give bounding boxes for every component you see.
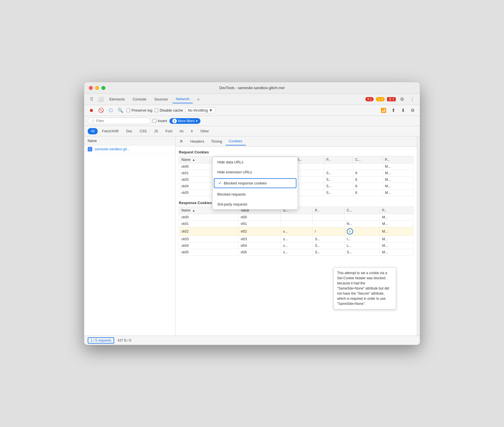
type-btn-js[interactable]: JS bbox=[151, 128, 161, 134]
chevron-down-icon: ▼ bbox=[209, 108, 213, 112]
network-icon[interactable]: 📶 bbox=[380, 107, 387, 114]
col-c: C... bbox=[353, 156, 382, 163]
table-row[interactable]: ck00 vl00 M... bbox=[179, 214, 413, 221]
cookie-value: vl01 bbox=[238, 221, 281, 227]
stop-recording-btn[interactable]: ⏺ bbox=[88, 107, 95, 114]
top-nav: ⠿ ⬜ Elements Console Sources Network » ✕… bbox=[84, 94, 420, 105]
check-icon: ✓ bbox=[218, 181, 222, 185]
type-btn-doc[interactable]: Doc bbox=[123, 128, 135, 134]
requests-panel: Name ≡ samesite-sandbox.gli... bbox=[84, 136, 175, 336]
response-cookies-table: Name ▲ Value S... P... C... P... ck00 bbox=[179, 207, 413, 256]
filter-3rd-party-requests[interactable]: 3rd-party requests bbox=[213, 199, 298, 209]
tab-elements[interactable]: Elements bbox=[106, 95, 128, 103]
cookie-tooltip: This attempt to set a cookie via a Set-C… bbox=[333, 267, 396, 309]
download-icon[interactable]: ⬇ bbox=[399, 107, 407, 114]
filter-hide-data-urls[interactable]: Hide data URLs bbox=[213, 157, 298, 167]
filter-bar: ⬡ Invert 1 More filters ▾ bbox=[84, 116, 420, 126]
list-item[interactable]: ≡ samesite-sandbox.gli... bbox=[84, 145, 175, 153]
tab-console[interactable]: Console bbox=[129, 95, 150, 103]
details-tabs: ✕ Headers Timing Cookies bbox=[175, 136, 417, 147]
col-p: P... bbox=[324, 156, 353, 163]
cookie-value: vl04 bbox=[238, 243, 281, 249]
filter-btn[interactable]: ⬡ bbox=[107, 107, 114, 114]
cookie-name: ck01 bbox=[179, 221, 238, 227]
tab-sources[interactable]: Sources bbox=[151, 95, 171, 103]
window-title: DevTools - samesite-sandbox.glitch.me/ bbox=[219, 86, 285, 90]
close-detail-btn[interactable]: ✕ bbox=[178, 138, 185, 145]
request-cookies-title: Request Cookies bbox=[179, 150, 413, 154]
type-btn-img[interactable]: Im bbox=[177, 128, 187, 134]
info-badge: ☰ 2 bbox=[387, 97, 396, 101]
filter-icon: ⬡ bbox=[91, 119, 94, 123]
tab-headers[interactable]: Headers bbox=[187, 137, 208, 145]
table-row[interactable]: ck05 vl05 s... S... S... M... bbox=[179, 249, 413, 256]
col-s2: S... bbox=[295, 156, 324, 163]
tab-more[interactable]: » bbox=[194, 95, 203, 103]
status-bar: 1 / 5 requests 437 B / 8 bbox=[84, 336, 420, 345]
nav-right: ✕ 1 ⚠ 1 ☰ 2 ⚙ ⋮ bbox=[365, 95, 417, 103]
clear-btn[interactable]: 🚫 bbox=[97, 107, 105, 114]
info-icon[interactable]: i bbox=[347, 228, 353, 235]
type-btn-fetchxhr[interactable]: Fetch/XHR bbox=[99, 128, 122, 134]
more-options-icon[interactable]: ⋮ bbox=[408, 95, 416, 103]
col-c: C... bbox=[344, 207, 380, 214]
name-column-header: Name bbox=[88, 139, 97, 143]
search-btn[interactable]: 🔍 bbox=[117, 107, 124, 114]
requests-count: 1 / 5 requests bbox=[88, 337, 114, 344]
filter-blocked-response-cookies[interactable]: ✓ Blocked response cookies bbox=[214, 178, 296, 188]
more-filters-btn[interactable]: 1 More filters ▾ bbox=[169, 118, 200, 124]
invert-label[interactable]: Invert bbox=[153, 119, 167, 123]
settings-icon[interactable]: ⚙ bbox=[398, 95, 406, 103]
cookie-value: vl03 bbox=[238, 236, 281, 243]
device-icon[interactable]: ⬜ bbox=[97, 95, 105, 103]
col-p2: P... bbox=[380, 207, 413, 214]
filter-input[interactable] bbox=[96, 119, 139, 123]
close-button[interactable] bbox=[89, 86, 93, 90]
maximize-button[interactable] bbox=[101, 86, 105, 90]
cookie-name: ck03 bbox=[179, 236, 238, 243]
minimize-button[interactable] bbox=[95, 86, 99, 90]
table-row[interactable]: ck03 vl03 s... S... I... M... bbox=[179, 236, 413, 243]
filter-hide-extension-urls[interactable]: Hide extension URLs bbox=[213, 167, 298, 177]
cookie-value: vl02 bbox=[238, 227, 281, 236]
type-filters: All Fetch/XHR Doc CSS JS Font Im Ir Othe… bbox=[84, 126, 420, 136]
filter-blocked-requests[interactable]: Blocked requests bbox=[213, 189, 298, 199]
cursor-icon[interactable]: ⠿ bbox=[88, 95, 96, 103]
disable-cache-label[interactable]: Disable cache bbox=[155, 108, 183, 112]
throttle-select[interactable]: No throttling ▼ bbox=[185, 107, 215, 113]
table-row[interactable]: ck02 vl02 s... / i M... bbox=[179, 227, 413, 236]
scrollbar[interactable] bbox=[417, 136, 420, 336]
col-p: P... bbox=[312, 207, 344, 214]
warning-badge: ⚠ 1 bbox=[376, 97, 385, 101]
more-filters-dropdown: Hide data URLs Hide extension URLs ✓ Blo… bbox=[212, 157, 298, 210]
error-badge: ✕ 1 bbox=[365, 97, 374, 101]
cookie-name: ck02 bbox=[179, 227, 238, 236]
size-info: 437 B / 8 bbox=[118, 338, 131, 342]
tab-timing[interactable]: Timing bbox=[208, 137, 226, 145]
invert-checkbox[interactable] bbox=[153, 119, 156, 123]
title-bar: DevTools - samesite-sandbox.glitch.me/ bbox=[84, 82, 420, 94]
tab-network[interactable]: Network bbox=[173, 95, 193, 103]
type-btn-other[interactable]: Other bbox=[197, 128, 212, 134]
type-btn-ir[interactable]: Ir bbox=[188, 128, 196, 134]
traffic-lights bbox=[89, 86, 105, 90]
devtools-body: ⠿ ⬜ Elements Console Sources Network » ✕… bbox=[84, 94, 420, 345]
tab-cookies[interactable]: Cookies bbox=[226, 137, 246, 145]
preserve-log-label[interactable]: Preserve log bbox=[126, 108, 152, 112]
type-btn-css[interactable]: CSS bbox=[136, 128, 150, 134]
filter-input-container: ⬡ bbox=[88, 118, 150, 124]
more-filters-badge: 1 bbox=[172, 119, 177, 123]
upload-icon[interactable]: ⬆ bbox=[390, 107, 397, 114]
cookie-name: ck05 bbox=[179, 249, 238, 256]
type-btn-font[interactable]: Font bbox=[162, 128, 175, 134]
devtools-window: DevTools - samesite-sandbox.glitch.me/ ⠿… bbox=[84, 82, 420, 345]
network-settings-icon[interactable]: ⚙ bbox=[409, 107, 416, 114]
preserve-log-checkbox[interactable] bbox=[126, 108, 130, 112]
main-content: Name ≡ samesite-sandbox.gli... ✕ Headers… bbox=[84, 136, 420, 336]
disable-cache-checkbox[interactable] bbox=[155, 108, 158, 112]
request-name: samesite-sandbox.gli... bbox=[95, 147, 130, 151]
type-btn-all[interactable]: All bbox=[88, 128, 98, 134]
table-row[interactable]: ck04 vl04 s... S... L... M... bbox=[179, 243, 413, 249]
table-row[interactable]: ck01 vl01 N... M... bbox=[179, 221, 413, 227]
toolbar: ⏺ 🚫 ⬡ 🔍 Preserve log Disable cache No th… bbox=[84, 105, 420, 116]
